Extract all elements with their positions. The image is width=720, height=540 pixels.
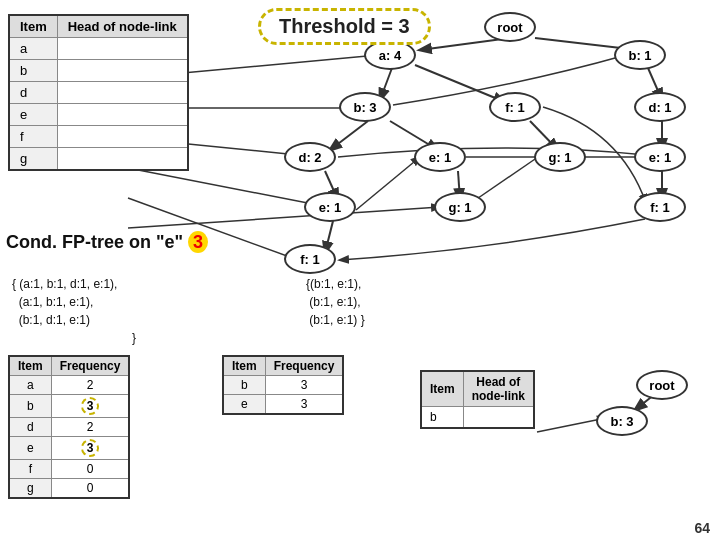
bl-row-b-freq: 3 [51, 395, 129, 418]
node-e1-r: e: 1 [634, 142, 686, 172]
freq-circle-b: 3 [81, 397, 100, 415]
svg-line-18 [128, 207, 440, 228]
br-row-b-link [463, 407, 534, 429]
br-row-b-item: b [421, 407, 463, 429]
node-g1-2: g: 1 [434, 192, 486, 222]
row-a-item: a [9, 38, 57, 60]
bm-row-e-item: e [223, 395, 265, 415]
bl-row-d-freq: 2 [51, 418, 129, 437]
node-e1-2: e: 1 [304, 192, 356, 222]
bl-row-f-freq: 0 [51, 460, 129, 479]
bl-row-e-freq: 3 [51, 437, 129, 460]
bm-row-b-item: b [223, 376, 265, 395]
row-g-link [57, 148, 188, 171]
svg-line-19 [356, 157, 420, 210]
bl-row-g-freq: 0 [51, 479, 129, 499]
cond-num: 3 [188, 231, 208, 253]
bl-row-f-item: f [9, 460, 51, 479]
row-g-item: g [9, 148, 57, 171]
bl-row-a-item: a [9, 376, 51, 395]
node-f1-b: f: 1 [634, 192, 686, 222]
bl-row-a-freq: 2 [51, 376, 129, 395]
node-b3: b: 3 [339, 92, 391, 122]
node-f1-2: f: 1 [284, 244, 336, 274]
bottom-left-table: Item Frequency a 2 b 3 d 2 e 3 f 0 g 0 [8, 355, 130, 499]
bl-col-item: Item [9, 356, 51, 376]
bl-row-e-item: e [9, 437, 51, 460]
bm-row-b-freq: 3 [265, 376, 343, 395]
freq-circle-e: 3 [81, 439, 100, 457]
node-g1-1: g: 1 [534, 142, 586, 172]
row-f-link [57, 126, 188, 148]
row-e-item: e [9, 104, 57, 126]
svg-line-16 [128, 168, 318, 205]
bl-row-g-item: g [9, 479, 51, 499]
bm-row-e-freq: 3 [265, 395, 343, 415]
svg-line-3 [415, 65, 505, 102]
right-pattern-set: {(b:1, e:1), (b:1, e:1), (b:1, e:1) } [306, 275, 365, 329]
br-col-head: Head ofnode-link [463, 371, 534, 407]
bl-row-b-item: b [9, 395, 51, 418]
row-f-item: f [9, 126, 57, 148]
row-d-link [57, 82, 188, 104]
page-number: 64 [694, 520, 710, 536]
node-e1-1: e: 1 [414, 142, 466, 172]
bm-col-item: Item [223, 356, 265, 376]
threshold-label: Threshold = 3 [258, 8, 431, 45]
node-root: root [484, 12, 536, 42]
bm-col-freq: Frequency [265, 356, 343, 376]
col-item: Item [9, 15, 57, 38]
row-b-item: b [9, 60, 57, 82]
mini-root-node: root [636, 370, 688, 400]
bl-row-d-item: d [9, 418, 51, 437]
svg-line-5 [330, 121, 368, 150]
node-d1: d: 1 [634, 92, 686, 122]
row-a-link [57, 38, 188, 60]
row-b-link [57, 60, 188, 82]
row-e-link [57, 104, 188, 126]
br-col-item: Item [421, 371, 463, 407]
bl-col-freq: Frequency [51, 356, 129, 376]
left-pattern-set: { (a:1, b:1, d:1, e:1), (a:1, b:1, e:1),… [12, 275, 136, 347]
row-d-item: d [9, 82, 57, 104]
cond-fptree-label: Cond. FP-tree on "e" 3 [6, 232, 208, 253]
mini-b3-node: b: 3 [596, 406, 648, 436]
bottom-mid-table: Item Frequency b 3 e 3 [222, 355, 344, 415]
node-b1-root: b: 1 [614, 40, 666, 70]
bottom-right-header-table: Item Head ofnode-link b [420, 370, 535, 429]
col-head-link: Head of node-link [57, 15, 188, 38]
node-f1-top: f: 1 [489, 92, 541, 122]
node-d2: d: 2 [284, 142, 336, 172]
top-header-table: Item Head of node-link a b d e f g [8, 14, 189, 171]
